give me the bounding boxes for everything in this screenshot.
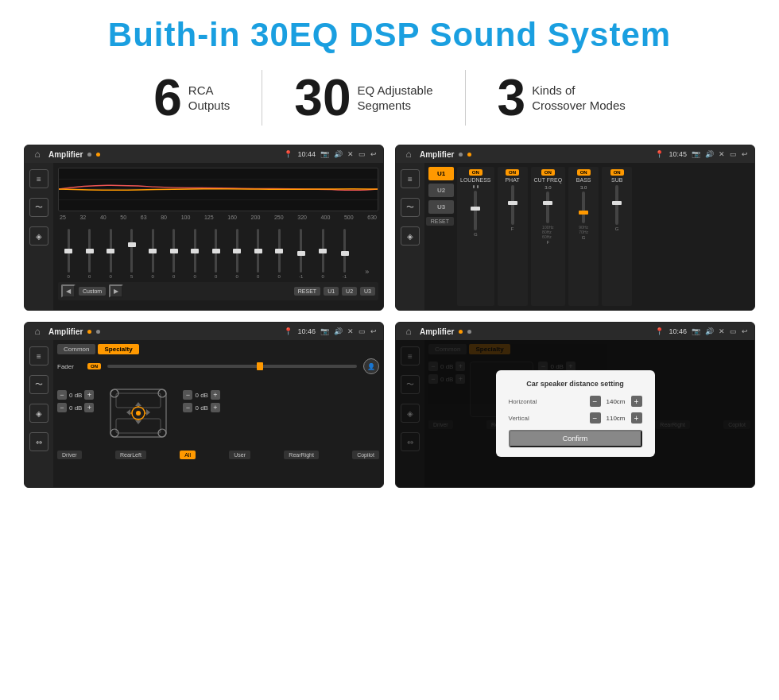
distance-dialog-overlay: Car speaker distance setting Horizontal … bbox=[396, 340, 754, 487]
eq-reset-btn[interactable]: RESET bbox=[294, 287, 320, 296]
svg-marker-17 bbox=[146, 409, 150, 416]
cutfreq-label: CUT FREQ bbox=[534, 177, 563, 183]
eq-sidebar-icon-3[interactable]: ≡ bbox=[29, 346, 48, 365]
wave-sidebar-icon-2[interactable]: 〜 bbox=[401, 198, 420, 217]
horizontal-control: − 140cm + bbox=[590, 396, 642, 407]
amp-cutfreq: ON CUT FREQ 3.0 100Hz80Hz60Hz F bbox=[531, 167, 566, 306]
bass-on-badge: ON bbox=[577, 169, 591, 176]
fr-minus-btn[interactable]: − bbox=[183, 390, 192, 400]
user-btn[interactable]: User bbox=[229, 451, 250, 459]
speaker-sidebar-icon-3[interactable]: ◈ bbox=[29, 404, 48, 423]
stat-rca-text1: RCA bbox=[188, 83, 231, 99]
rearleft-btn[interactable]: RearLeft bbox=[115, 451, 146, 459]
amp-u2-btn[interactable]: U2 bbox=[428, 184, 454, 197]
eq-play-btn[interactable]: ▶ bbox=[109, 284, 123, 298]
car-diagram-svg bbox=[99, 377, 178, 449]
svg-marker-18 bbox=[135, 402, 141, 406]
all-btn[interactable]: All bbox=[180, 451, 196, 459]
arrows-sidebar-icon-3[interactable]: ⇔ bbox=[29, 432, 48, 451]
fr-plus-btn[interactable]: + bbox=[211, 390, 220, 400]
speaker-sidebar-icon-2[interactable]: ◈ bbox=[401, 226, 420, 246]
fader-thumb[interactable] bbox=[257, 362, 263, 370]
status-dot-3 bbox=[459, 153, 463, 157]
stat-rca-text2: Outputs bbox=[188, 98, 231, 114]
eq-u3-btn[interactable]: U3 bbox=[360, 287, 375, 296]
vertical-row: Vertical − 110cm + bbox=[509, 412, 642, 423]
back-icon-1: ↩ bbox=[370, 150, 377, 158]
amp-reset-btn[interactable]: RESET bbox=[426, 217, 454, 226]
amp-u1-btn[interactable]: U1 bbox=[428, 167, 454, 180]
screen2-time: 10:45 bbox=[669, 150, 687, 158]
eq-sidebar-icon-2[interactable]: ≡ bbox=[401, 169, 420, 188]
eq-sidebar-icon[interactable]: ≡ bbox=[29, 169, 48, 188]
eq-custom-btn[interactable]: Custom bbox=[79, 287, 106, 296]
screen3-content: ≡ 〜 ◈ ⇔ Common Specialty Fader ON bbox=[25, 340, 383, 487]
fl-plus-btn[interactable]: + bbox=[84, 390, 94, 400]
phat-slider[interactable] bbox=[511, 185, 514, 225]
specialty-tab[interactable]: Specialty bbox=[98, 344, 138, 354]
eq-slider-6: 0 bbox=[172, 229, 175, 279]
eq-slider-5: 0 bbox=[152, 229, 154, 279]
vertical-label: Vertical bbox=[509, 415, 548, 422]
screen1-title: Amplifier bbox=[48, 150, 83, 159]
home-icon-4: ⌂ bbox=[402, 325, 415, 338]
status-dot-5 bbox=[87, 330, 91, 334]
rl-minus-btn[interactable]: − bbox=[57, 403, 67, 412]
eq-u1-btn[interactable]: U1 bbox=[324, 287, 339, 296]
sound-icon-1: 🔊 bbox=[334, 150, 343, 158]
svg-marker-19 bbox=[135, 420, 141, 424]
status-dot-7 bbox=[459, 330, 463, 334]
eq-slider-12: -1 bbox=[299, 229, 303, 279]
eq-prev-btn[interactable]: ◀ bbox=[61, 284, 76, 298]
home-icon-1: ⌂ bbox=[31, 148, 44, 160]
rearright-btn[interactable]: RearRight bbox=[284, 451, 319, 459]
wave-sidebar-icon[interactable]: 〜 bbox=[29, 198, 48, 217]
copilot-btn[interactable]: Copilot bbox=[352, 451, 379, 459]
loudness-on-badge: ON bbox=[469, 169, 483, 176]
status-dot-2 bbox=[96, 153, 100, 157]
horizontal-plus-btn[interactable]: + bbox=[631, 396, 642, 407]
screen4-statusbar: ⌂ Amplifier 📍 10:46 📷 🔊 ✕ ▭ ↩ bbox=[396, 323, 754, 340]
rl-plus-btn[interactable]: + bbox=[84, 403, 94, 412]
distance-dialog: Car speaker distance setting Horizontal … bbox=[496, 370, 655, 457]
eq-slider-7: 0 bbox=[193, 229, 196, 279]
fader-knob[interactable]: 👤 bbox=[363, 358, 379, 374]
left-db-controls: − 0 dB + − 0 dB + bbox=[57, 377, 94, 412]
vertical-plus-btn[interactable]: + bbox=[631, 412, 642, 423]
stat-crossover-text1: Kinds of bbox=[532, 83, 626, 99]
stat-crossover-text2: Crossover Modes bbox=[532, 98, 626, 114]
screen4-title: Amplifier bbox=[420, 327, 454, 336]
db-control-fl: − 0 dB + bbox=[57, 390, 94, 400]
window-icon-4: ▭ bbox=[730, 327, 737, 335]
vertical-minus-btn[interactable]: − bbox=[590, 412, 601, 423]
eq-slider-4: 5 bbox=[130, 229, 133, 279]
cutfreq-slider[interactable] bbox=[546, 191, 549, 223]
bass-label: BASS bbox=[576, 177, 591, 183]
db-control-fr: − 0 dB + bbox=[183, 390, 219, 400]
camera-icon-3: 📷 bbox=[320, 327, 329, 335]
common-tab[interactable]: Common bbox=[57, 344, 95, 354]
amp-u3-btn[interactable]: U3 bbox=[428, 200, 454, 214]
rr-minus-btn[interactable]: − bbox=[183, 403, 192, 412]
confirm-button[interactable]: Confirm bbox=[509, 430, 642, 447]
eq-slider-8: 0 bbox=[215, 229, 217, 279]
sound-icon-2: 🔊 bbox=[705, 150, 714, 158]
driver-btn[interactable]: Driver bbox=[57, 451, 82, 459]
horizontal-row: Horizontal − 140cm + bbox=[509, 396, 642, 407]
eq-u2-btn[interactable]: U2 bbox=[342, 287, 357, 296]
screen2-title: Amplifier bbox=[420, 150, 454, 159]
wave-sidebar-icon-3[interactable]: 〜 bbox=[29, 375, 48, 394]
amp-bass: ON BASS 3.0 90Hz70Hz G bbox=[568, 167, 599, 306]
horizontal-minus-btn[interactable]: − bbox=[590, 396, 601, 407]
eq-slider-14: -1 bbox=[343, 229, 347, 279]
speaker-sidebar-icon[interactable]: ◈ bbox=[29, 226, 48, 246]
fl-minus-btn[interactable]: − bbox=[57, 390, 67, 400]
rr-plus-btn[interactable]: + bbox=[211, 403, 220, 412]
fader-slider[interactable] bbox=[107, 365, 357, 368]
window-icon-2: ▭ bbox=[730, 150, 737, 158]
screen2-sidebar: ≡ 〜 ◈ bbox=[396, 163, 424, 310]
bass-slider[interactable] bbox=[582, 191, 585, 223]
sub-slider[interactable] bbox=[615, 185, 618, 225]
window-icon-1: ▭ bbox=[358, 150, 366, 158]
loudness-slider[interactable] bbox=[474, 191, 477, 230]
